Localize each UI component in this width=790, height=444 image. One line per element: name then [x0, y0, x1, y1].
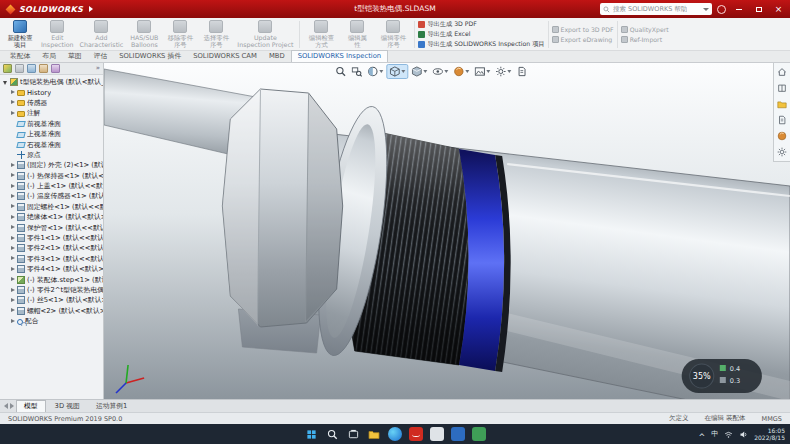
- resources-icon[interactable]: [776, 66, 788, 78]
- search-dropdown-icon[interactable]: [703, 8, 709, 11]
- tree-item[interactable]: 绝缘体<1> (默认<默认>_显示状态>): [2, 212, 103, 222]
- tab-evaluate[interactable]: 评估: [88, 51, 114, 62]
- expander-icon[interactable]: [9, 265, 16, 273]
- start-button[interactable]: [304, 427, 318, 441]
- motion-study-tab[interactable]: 运动算例1: [89, 401, 135, 412]
- clock[interactable]: 16:05 2022/8/15: [754, 427, 785, 442]
- zoom-fit-icon[interactable]: [333, 64, 348, 79]
- tab-sketch[interactable]: 草图: [62, 51, 88, 62]
- performance-badge[interactable]: 35% 0.4 0.3: [682, 359, 762, 393]
- help-icon[interactable]: [717, 5, 726, 14]
- expander-icon[interactable]: [9, 89, 16, 97]
- tree-item[interactable]: 零件4<1> (默认<默认>_显示状态>): [2, 264, 103, 274]
- display-style-icon[interactable]: [409, 64, 429, 79]
- expander-icon[interactable]: [9, 286, 16, 294]
- panel-overflow-icon[interactable]: »: [96, 64, 100, 73]
- tree-item[interactable]: (-) 装配体.step<1> (默认<<默认>_显示状态>): [2, 274, 103, 284]
- expander-icon[interactable]: [9, 161, 16, 169]
- maximize-button[interactable]: [751, 3, 766, 16]
- tree-item[interactable]: 原点: [2, 150, 103, 160]
- expander-icon[interactable]: [9, 255, 16, 263]
- edit-appearance-icon[interactable]: [451, 64, 471, 79]
- tab-layout[interactable]: 布局: [36, 51, 62, 62]
- task-view-icon[interactable]: [346, 427, 360, 441]
- expander-icon[interactable]: [9, 99, 16, 107]
- balloons-button[interactable]: HAS/SUB Balloons: [126, 19, 162, 50]
- taskbar-search-icon[interactable]: [325, 427, 339, 441]
- design-library-icon[interactable]: [776, 82, 788, 94]
- app-icon-1[interactable]: [430, 427, 444, 441]
- expander-icon[interactable]: [9, 172, 16, 180]
- expander-icon[interactable]: [9, 109, 16, 117]
- add-characteristic-button[interactable]: Add Characteristic: [77, 19, 127, 50]
- tray-expand-icon[interactable]: [699, 425, 706, 444]
- graphics-area[interactable]: 35% 0.4 0.3: [104, 63, 790, 399]
- close-button[interactable]: [771, 3, 786, 16]
- zoom-area-icon[interactable]: [349, 64, 364, 79]
- new-inspection-project-button[interactable]: 新建检查 项目: [2, 19, 38, 50]
- tree-item[interactable]: (-) 丝5<1> (默认<默认>_显示状态>): [2, 295, 103, 305]
- app-icon-2[interactable]: [451, 427, 465, 441]
- app-icon-3[interactable]: [472, 427, 486, 441]
- export-to-3d-pdf-button[interactable]: Export to 3D PDF: [552, 25, 614, 34]
- tree-item[interactable]: 固定螺栓<1> (默认<<默认>_显示状态>): [2, 202, 103, 212]
- update-inspection-project-button[interactable]: Update Inspection Project: [234, 19, 296, 50]
- tree-item[interactable]: 右视基准面: [2, 139, 103, 149]
- expander-icon[interactable]: [9, 244, 16, 252]
- qualityxpert-button[interactable]: QualityXpert: [621, 25, 669, 34]
- hide-show-items-icon[interactable]: [430, 64, 450, 79]
- file-explorer-icon[interactable]: [776, 98, 788, 110]
- tree-item[interactable]: (-) 上盖<1> (默认<<默认>_显示状态>): [2, 181, 103, 191]
- feature-manager-tab-icon[interactable]: [3, 64, 12, 73]
- appearances-icon[interactable]: [776, 130, 788, 142]
- expander-icon[interactable]: [2, 78, 9, 86]
- menu-expand-arrow-icon[interactable]: [89, 6, 93, 12]
- tree-item[interactable]: (-) 零件2^t型铠装热电偶 -> ? (默认<<默认>_显示状态>): [2, 285, 103, 295]
- edge-browser-icon[interactable]: [388, 427, 402, 441]
- tree-item[interactable]: 前视基准面: [2, 119, 103, 129]
- units-selector[interactable]: MMGS: [762, 415, 782, 423]
- tree-item[interactable]: (-) 温度传感器<1> (默认<默认>_显示状态>): [2, 191, 103, 201]
- tree-item[interactable]: 注解: [2, 108, 103, 118]
- expander-icon[interactable]: [9, 296, 16, 304]
- tree-root[interactable]: t型铠装热电偶 (默认<默认_显示状态-1>): [2, 77, 103, 87]
- export-edrawing-button[interactable]: Export eDrawing: [552, 35, 614, 44]
- expander-icon[interactable]: [9, 182, 16, 190]
- tree-item[interactable]: 零件1<1> (默认<<默认>_显示状态>): [2, 233, 103, 243]
- apply-scene-icon[interactable]: [472, 64, 492, 79]
- configuration-manager-tab-icon[interactable]: [27, 64, 36, 73]
- help-search-box[interactable]: 搜索 SOLIDWORKS 帮助: [600, 3, 712, 15]
- ref-import-button[interactable]: Ref-Import: [621, 35, 669, 44]
- model-tab[interactable]: 模型: [16, 400, 46, 412]
- ime-indicator[interactable]: 中: [711, 429, 718, 439]
- section-view-icon[interactable]: [365, 64, 385, 79]
- view-settings-icon[interactable]: [493, 64, 513, 79]
- tab-mbd[interactable]: MBD: [263, 51, 291, 62]
- tree-item[interactable]: 上视基准面: [2, 129, 103, 139]
- options-icon[interactable]: [514, 64, 529, 79]
- expander-icon[interactable]: [9, 192, 16, 200]
- solidworks-taskbar-icon[interactable]: [409, 427, 423, 441]
- export-excel-button[interactable]: 导出生成 Excel: [418, 30, 544, 39]
- tree-item[interactable]: 零件3<1> (默认<<默认>_显示状态>): [2, 254, 103, 264]
- tree-item[interactable]: 配合: [2, 316, 103, 326]
- tab-inspection[interactable]: SOLIDWORKS Inspection: [291, 50, 389, 62]
- edit-inspection-method-button[interactable]: 编辑检查 方式: [303, 19, 339, 50]
- display-manager-tab-icon[interactable]: [51, 64, 60, 73]
- tree-item[interactable]: History: [2, 87, 103, 97]
- tree-item[interactable]: (-) 热保持器<1> (默认<<默认>_显示状态>): [2, 171, 103, 181]
- 3d-model-view[interactable]: 35% 0.4 0.3: [104, 63, 790, 399]
- edit-properties-button[interactable]: 编辑属 性: [339, 19, 375, 50]
- tree-item[interactable]: 螺帽<2> (默认<<默认>_显示状态>): [2, 306, 103, 316]
- edit-inspection-button[interactable]: Edit Inspection: [38, 19, 77, 50]
- expander-icon[interactable]: [9, 307, 16, 315]
- file-explorer-taskbar-icon[interactable]: [367, 427, 381, 441]
- view-palette-icon[interactable]: [776, 114, 788, 126]
- remove-balloons-button[interactable]: 移除零件 序号: [162, 19, 198, 50]
- edit-balloons-button[interactable]: 编辑零件 序号: [375, 19, 411, 50]
- volume-icon[interactable]: [739, 430, 748, 439]
- export-3d-pdf-button[interactable]: 导出生成 3D PDF: [418, 20, 544, 29]
- tree-item[interactable]: 传感器: [2, 98, 103, 108]
- wifi-icon[interactable]: [724, 430, 733, 439]
- custom-properties-icon[interactable]: [776, 146, 788, 158]
